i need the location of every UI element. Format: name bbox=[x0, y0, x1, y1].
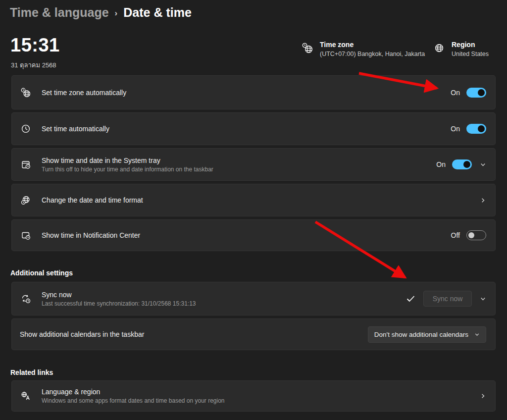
settings-window: Time & language › Date & time 15:31 31 ต… bbox=[0, 0, 507, 420]
checkmark-icon bbox=[406, 295, 415, 303]
toggle-state-label: On bbox=[436, 160, 446, 168]
chevron-down-icon[interactable] bbox=[480, 296, 486, 302]
notification-clock-icon bbox=[20, 230, 31, 240]
chevron-right-icon[interactable] bbox=[480, 197, 486, 204]
setting-subtitle: Windows and some apps format dates and t… bbox=[42, 397, 472, 404]
setting-title: Set time automatically bbox=[42, 125, 451, 133]
setting-subtitle: Last successful time synchronization: 31… bbox=[42, 300, 406, 307]
setting-row-sync-now[interactable]: Sync now Last successful time synchroniz… bbox=[11, 282, 496, 315]
setting-title: Show time in Notification Center bbox=[42, 231, 451, 239]
toggle-knob bbox=[478, 125, 485, 132]
toggle-state-label: On bbox=[451, 125, 460, 133]
sync-clock-icon bbox=[20, 294, 31, 304]
setting-row-change-format[interactable]: Change the date and time format bbox=[11, 184, 496, 216]
timezone-label: Time zone bbox=[320, 41, 425, 49]
current-date: 31 ตุลาคม 2568 bbox=[11, 60, 56, 70]
time-zone-globe-icon bbox=[20, 88, 31, 98]
toggle-state-label: On bbox=[451, 89, 460, 97]
setting-title: Sync now bbox=[42, 291, 406, 299]
sync-now-button[interactable]: Sync now bbox=[423, 291, 472, 307]
calendar-clock-icon bbox=[20, 159, 31, 169]
setting-title: Change the date and time format bbox=[42, 196, 472, 204]
toggle-knob bbox=[468, 232, 474, 238]
setting-title: Language & region bbox=[42, 388, 472, 396]
system-tray-time-toggle[interactable] bbox=[452, 159, 472, 169]
language-globe-icon bbox=[20, 391, 31, 401]
globe-clock-icon bbox=[20, 195, 31, 205]
setting-row-system-tray-time[interactable]: Show time and date in the System tray Tu… bbox=[11, 148, 496, 181]
chevron-right-icon[interactable] bbox=[480, 393, 486, 399]
breadcrumb-parent-link[interactable]: Time & language bbox=[10, 5, 109, 20]
setting-row-additional-calendars[interactable]: Show additional calendars in the taskbar… bbox=[11, 318, 496, 350]
current-time: 15:31 bbox=[10, 35, 60, 56]
notification-center-time-toggle[interactable] bbox=[466, 230, 486, 240]
breadcrumb: Time & language › Date & time bbox=[10, 5, 192, 20]
setting-title: Show time and date in the System tray bbox=[42, 157, 436, 164]
timezone-info: Time zone (UTC+07:00) Bangkok, Hanoi, Ja… bbox=[302, 41, 425, 57]
setting-title: Show additional calendars in the taskbar bbox=[20, 330, 368, 338]
globe-icon bbox=[434, 43, 445, 53]
additional-calendars-dropdown[interactable]: Don't show additional calendars bbox=[368, 326, 486, 343]
timezone-value: (UTC+07:00) Bangkok, Hanoi, Jakarta bbox=[320, 51, 425, 57]
chevron-down-icon bbox=[474, 332, 480, 337]
region-info: Region United States bbox=[434, 41, 489, 57]
section-heading-related-links: Related links bbox=[10, 368, 496, 376]
setting-row-notification-center-time[interactable]: Show time in Notification Center Off bbox=[11, 219, 496, 251]
setting-subtitle: Turn this off to hide your time and date… bbox=[42, 166, 436, 173]
breadcrumb-separator-icon: › bbox=[115, 8, 118, 18]
dropdown-selected-value: Don't show additional calendars bbox=[374, 331, 468, 338]
toggle-state-label: Off bbox=[451, 231, 460, 239]
toggle-knob bbox=[478, 89, 485, 96]
chevron-down-icon[interactable] bbox=[480, 161, 486, 168]
time-zone-globe-icon bbox=[302, 43, 313, 53]
clock-icon bbox=[20, 124, 31, 134]
setting-title: Set time zone automatically bbox=[42, 89, 451, 97]
section-heading-additional-settings: Additional settings bbox=[10, 269, 496, 277]
setting-row-language-region[interactable]: Language & region Windows and some apps … bbox=[11, 380, 496, 412]
page-title: Date & time bbox=[123, 5, 192, 20]
set-time-zone-toggle[interactable] bbox=[466, 88, 486, 98]
setting-row-set-time-automatically[interactable]: Set time automatically On bbox=[11, 112, 496, 145]
region-label: Region bbox=[452, 41, 489, 49]
setting-row-set-time-zone-automatically[interactable]: Set time zone automatically On bbox=[11, 75, 496, 109]
set-time-toggle[interactable] bbox=[466, 124, 486, 134]
toggle-knob bbox=[463, 161, 470, 168]
region-value: United States bbox=[452, 51, 489, 57]
